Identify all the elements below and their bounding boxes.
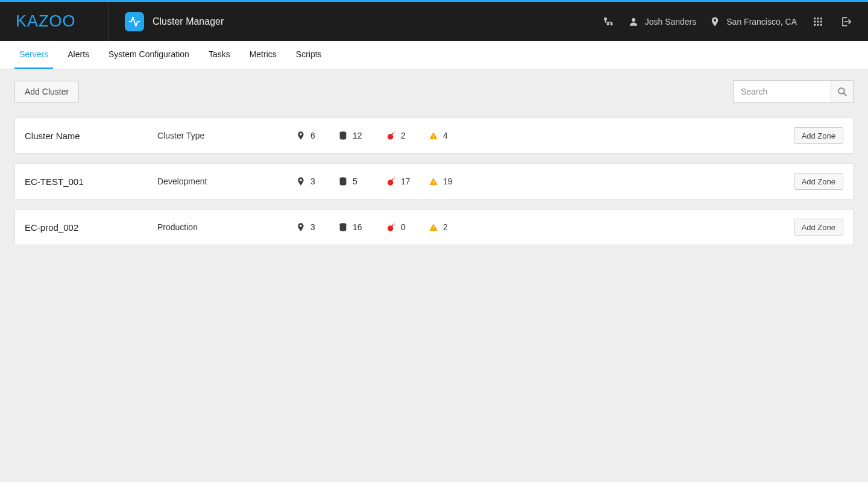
pin-icon [296,177,306,186]
stat-value: 4 [443,131,448,140]
pin-icon [296,222,306,232]
cluster-row[interactable]: EC-TEST_001 Development 3 5 17 19 [14,163,854,199]
svg-rect-35 [433,229,433,230]
svg-rect-28 [433,183,433,184]
stat-zones: 3 [296,222,338,232]
bomb-icon [386,222,396,232]
stat-value: 3 [310,177,315,186]
cluster-type: Production [157,222,296,232]
logout-icon[interactable] [838,14,854,30]
stat-critical: 2 [386,131,429,140]
toolbar: Add Cluster [0,69,868,103]
subnav: Servers Alerts System Configuration Task… [0,41,868,69]
stat-value: 2 [401,131,406,140]
stat-warnings: 4 [429,131,471,140]
cluster-type: Development [157,177,296,186]
add-zone-button[interactable]: Add Zone [794,219,843,236]
search-input[interactable] [733,80,831,103]
stat-zones: 6 [296,131,338,140]
svg-line-19 [394,133,395,133]
cluster-row[interactable]: EC-prod_002 Production 3 16 0 2 [14,209,854,245]
app-title: Cluster Manager [153,16,224,27]
svg-line-18 [394,131,394,132]
database-icon [338,177,348,186]
add-zone-button[interactable]: Add Zone [794,127,843,144]
tab-system-configuration[interactable]: System Configuration [104,41,194,69]
app-activity-icon [125,12,144,31]
stat-critical: 17 [386,177,429,186]
bomb-icon [386,131,396,140]
stat-zones: 3 [296,177,338,186]
add-cluster-label: Add Cluster [25,87,69,96]
app-badge[interactable]: Cluster Manager [125,12,224,31]
stat-value: 16 [353,222,362,232]
tab-scripts[interactable]: Scripts [291,41,327,69]
stat-value: 3 [310,222,315,232]
location-menu[interactable]: San Francisco, CA [709,16,797,27]
tab-tasks[interactable]: Tasks [204,41,235,69]
svg-rect-20 [433,135,433,137]
cluster-row[interactable]: Cluster Name Cluster Type 6 12 2 4 [14,117,854,154]
svg-rect-34 [433,227,433,228]
stat-value: 6 [310,131,315,140]
cluster-name: EC-TEST_001 [25,177,157,187]
brand-wordmark: KAZOO [16,13,76,30]
stat-servers: 5 [338,177,386,186]
tab-servers[interactable]: Servers [14,41,53,69]
stat-value: 12 [353,131,362,140]
tab-label: Metrics [250,49,277,59]
user-icon [628,16,639,27]
search-box [733,80,854,103]
location-pin-icon [709,16,720,27]
tab-alerts[interactable]: Alerts [63,41,94,69]
svg-rect-4 [814,17,816,19]
svg-point-3 [632,18,635,22]
warning-icon [429,131,438,140]
svg-point-23 [388,180,393,185]
bomb-icon [386,177,396,186]
svg-rect-7 [814,20,816,22]
cluster-name: Cluster Name [25,131,157,141]
stat-value: 19 [443,177,453,186]
database-icon [338,131,348,140]
apps-grid-icon[interactable] [810,14,826,30]
add-cluster-button[interactable]: Add Cluster [14,81,79,103]
svg-rect-1 [606,23,609,25]
svg-rect-27 [433,181,433,183]
svg-line-26 [394,178,395,179]
tab-label: Scripts [296,49,322,59]
brand-logo[interactable]: KAZOO [0,2,109,41]
cluster-name: EC-prod_002 [25,222,157,233]
warning-icon [429,177,438,186]
svg-line-32 [394,223,394,224]
user-menu[interactable]: Josh Sanders [628,16,697,27]
stat-value: 5 [353,177,357,186]
svg-line-14 [843,93,846,95]
stat-value: 17 [401,177,410,186]
tab-label: Servers [19,49,48,59]
user-name-label: Josh Sanders [645,17,697,27]
svg-rect-8 [817,20,819,22]
hierarchy-icon[interactable] [600,14,616,30]
svg-rect-11 [817,23,819,25]
stat-servers: 12 [338,131,386,140]
svg-point-16 [388,134,393,139]
svg-line-33 [394,224,395,225]
search-button[interactable] [831,80,854,103]
cluster-list: Cluster Name Cluster Type 6 12 2 4 [0,103,868,245]
svg-line-25 [394,177,394,178]
svg-rect-6 [820,17,822,19]
stat-value: 0 [401,222,406,232]
stat-critical: 0 [386,222,429,232]
svg-rect-5 [817,17,819,19]
svg-rect-21 [433,137,433,138]
stat-warnings: 2 [429,222,471,232]
add-zone-button[interactable]: Add Zone [794,173,843,190]
stat-servers: 16 [338,222,386,232]
tab-metrics[interactable]: Metrics [245,41,281,69]
add-zone-label: Add Zone [802,177,835,186]
location-label: San Francisco, CA [726,17,797,27]
topbar: KAZOO Cluster Manager Josh Sanders [0,2,868,41]
stat-warnings: 19 [429,177,471,186]
cluster-type: Cluster Type [157,131,296,140]
